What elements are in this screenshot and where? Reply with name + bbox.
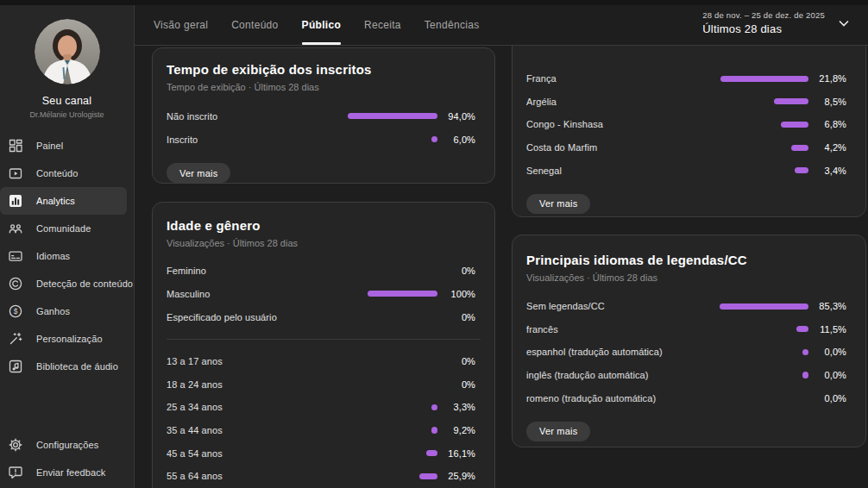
sidebar-item-label: Enviar feedback — [36, 467, 105, 478]
date-preset-text: Últimos 28 dias — [702, 22, 825, 35]
date-range-text: 28 de nov. – 25 de dez. de 2025 — [702, 10, 825, 20]
stat-label: Sem legendas/CC — [526, 301, 712, 311]
sidebar-item-label: Painel — [36, 141, 63, 151]
sidebar-item-label: Detecção de conteúdo — [36, 278, 133, 289]
stat-label: Congo - Kinshasa — [526, 119, 712, 129]
sidebar-item-idiomas[interactable]: Idiomas — [0, 242, 127, 270]
stat-value: 8,5% — [808, 97, 846, 107]
stat-bar — [341, 404, 437, 411]
sidebar-item-painel[interactable]: Painel — [0, 132, 127, 160]
stat-value: 0% — [437, 312, 475, 322]
stat-row: espanhol (tradução automática)0,0% — [513, 341, 865, 364]
stat-bar — [712, 303, 808, 310]
sidebar-item-ganhos[interactable]: $Ganhos — [0, 297, 127, 325]
analytics-icon — [8, 193, 23, 209]
community-icon — [8, 221, 23, 236]
date-range-picker[interactable]: 28 de nov. – 25 de dez. de 2025 Últimos … — [697, 7, 856, 39]
sidebar-item-label: Analytics — [36, 196, 75, 206]
dashboard-icon — [8, 138, 23, 153]
tab-visao-geral[interactable]: Visão geral — [154, 0, 208, 45]
stat-bar — [712, 326, 808, 332]
tab-publico[interactable]: Público — [302, 0, 341, 45]
tab-receita[interactable]: Receita — [364, 0, 401, 45]
stat-label: francês — [526, 324, 712, 335]
stat-rows-age: 13 a 17 anos0%18 a 24 anos0%25 a 34 anos… — [153, 350, 494, 488]
bar-pill — [348, 113, 437, 119]
stat-row: Especificado pelo usuário0% — [153, 305, 494, 328]
stat-bar — [341, 113, 437, 119]
stat-value: 85,3% — [808, 301, 846, 311]
stat-label: Feminino — [167, 266, 341, 276]
stat-bar — [341, 427, 437, 434]
stat-label: 25 a 34 anos — [167, 402, 341, 412]
bar-dot — [431, 427, 438, 434]
sidebar-item-analytics[interactable]: Analytics — [0, 187, 127, 215]
sidebar-item-comunidade[interactable]: Comunidade — [0, 215, 127, 242]
stat-row: 35 a 44 anos9,2% — [153, 419, 494, 442]
sidebar-item-configuracoes[interactable]: Configurações — [0, 431, 127, 459]
stat-label: 35 a 44 anos — [167, 425, 341, 435]
content-icon — [8, 166, 23, 181]
sidebar-item-label: Idiomas — [36, 251, 70, 261]
stat-row: Senegal3,4% — [513, 159, 865, 182]
stat-value: 0% — [437, 356, 475, 366]
stat-label: romeno (tradução automática) — [526, 393, 712, 404]
sidebar-item-enviar-feedback[interactable]: Enviar feedback — [0, 459, 127, 486]
stat-label: 18 a 24 anos — [167, 379, 341, 390]
ver-mais-button[interactable]: Ver mais — [526, 422, 590, 441]
doctor-avatar — [35, 19, 100, 84]
card-subtitle: Tempo de exibição · Últimos 28 dias — [153, 82, 494, 92]
stat-row: Feminino0% — [153, 259, 494, 282]
sidebar-item-biblioteca-de-audio[interactable]: Biblioteca de áudio — [0, 353, 127, 380]
stat-row: França21,8% — [513, 67, 865, 91]
card-caption-languages: Principais idiomas de legendas/CC Visual… — [512, 235, 866, 447]
ver-mais-button[interactable]: Ver mais — [167, 163, 230, 183]
earnings-icon: $ — [8, 303, 23, 319]
stat-label: 55 a 64 anos — [167, 471, 341, 481]
stat-bar — [712, 349, 808, 356]
bar-dot — [431, 404, 438, 411]
ver-mais-button[interactable]: Ver mais — [526, 194, 590, 214]
bar-pill — [720, 76, 808, 82]
sidebar-item-conteudo[interactable]: Conteúdo — [0, 160, 127, 187]
card-title: Tempo de exibição dos inscritos — [153, 62, 494, 77]
sidebar-item-label: Conteúdo — [36, 168, 79, 178]
stat-value: 3,3% — [437, 402, 475, 412]
bar-pill — [781, 122, 808, 128]
bar-pill — [796, 326, 808, 332]
stat-value: 4,2% — [808, 142, 846, 153]
bar-pill — [419, 473, 437, 479]
stat-label: inglês (tradução automática) — [526, 370, 712, 380]
stat-label: França — [526, 73, 712, 84]
bar-dot — [802, 372, 809, 379]
channel-avatar[interactable] — [35, 19, 100, 84]
analytics-tabs: Visão geralConteúdoPúblicoReceitaTendênc… — [135, 0, 480, 45]
card-subtitle: Visualizações · Últimos 28 dias — [513, 272, 865, 283]
stat-rows: Sem legendas/CC85,3%francês11,5%espanhol… — [513, 295, 865, 410]
sidebar-item-deteccao-de-conteudo[interactable]: Detecção de conteúdo — [0, 270, 127, 297]
bar-pill — [426, 450, 437, 456]
sidebar-item-label: Personalização — [36, 334, 103, 344]
stat-row: Masculino100% — [153, 282, 494, 305]
stat-label: Argélia — [526, 97, 712, 107]
chevron-down-icon — [837, 16, 851, 30]
stat-value: 9,2% — [437, 425, 475, 435]
right-column: França21,8%Argélia8,5%Congo - Kinshasa6,… — [512, 46, 866, 488]
stat-label: Senegal — [526, 166, 712, 176]
stat-value: 3,4% — [808, 166, 846, 176]
stat-value: 0,0% — [808, 370, 846, 380]
tab-conteudo[interactable]: Conteúdo — [231, 0, 278, 45]
stat-row: Inscrito6,0% — [153, 128, 494, 151]
card-age-gender: Idade e gênero Visualizações · Últimos 2… — [152, 202, 495, 488]
channel-name: Seu canal — [0, 95, 134, 107]
tab-tendencias[interactable]: Tendências — [425, 0, 480, 45]
stat-rows-gender: Feminino0%Masculino100%Especificado pelo… — [153, 259, 494, 328]
youtube-studio-app: Seu canal Dr.Mélanie Urologiste PainelCo… — [0, 0, 868, 488]
svg-text:$: $ — [14, 307, 18, 316]
stat-rows: França21,8%Argélia8,5%Congo - Kinshasa6,… — [513, 67, 865, 182]
card-subtitle: Visualizações · Últimos 28 dias — [153, 238, 494, 248]
stat-label: Costa do Marfim — [526, 142, 712, 153]
sidebar-item-personalizacao[interactable]: Personalização — [0, 325, 127, 353]
bar-pill — [720, 303, 808, 310]
stat-row: 18 a 24 anos0% — [153, 373, 494, 397]
